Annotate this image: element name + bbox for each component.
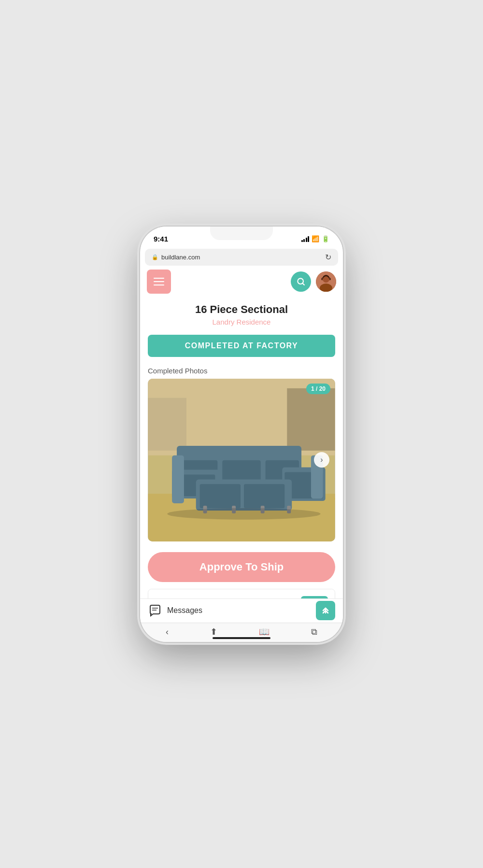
back-button[interactable]: ‹ [162, 625, 172, 639]
search-button[interactable] [291, 271, 311, 292]
battery-icon: 🔋 [322, 235, 329, 242]
status-badge: COMPLETED AT FACTORY [148, 335, 335, 357]
approve-to-ship-button[interactable]: Approve To Ship [148, 552, 335, 582]
messages-label: Messages [167, 606, 202, 615]
phone-frame: 9:41 📶 🔋 🔒 buildlane.com ↻ [140, 227, 343, 642]
photos-section: Completed Photos [140, 361, 343, 545]
svg-rect-26 [172, 455, 184, 503]
signal-icon [301, 236, 310, 242]
sofa-photo [148, 379, 335, 541]
messages-bar: Messages [140, 598, 343, 623]
svg-point-28 [167, 508, 321, 519]
status-time: 9:41 [154, 235, 168, 243]
product-title-section: 16 Piece Sectional Landry Residence [140, 298, 343, 331]
bottom-bar: Messages ‹ ⬆ 📖 ⧉ [140, 598, 343, 642]
messages-left: Messages [148, 603, 202, 618]
phone-inner: 9:41 📶 🔋 🔒 buildlane.com ↻ [140, 227, 343, 642]
browser-url: 🔒 buildlane.com [152, 254, 200, 261]
status-badge-container: COMPLETED AT FACTORY [148, 335, 335, 357]
url-text: buildlane.com [161, 254, 200, 261]
browser-bar: 🔒 buildlane.com ↻ [145, 249, 338, 266]
photos-label: Completed Photos [148, 367, 335, 375]
search-icon [296, 277, 306, 286]
refresh-icon[interactable]: ↻ [325, 253, 331, 262]
photo-carousel[interactable]: 1 / 20 › [148, 379, 335, 541]
chat-icon [148, 604, 162, 617]
avatar[interactable] [316, 271, 336, 292]
app-content: 16 Piece Sectional Landry Residence COMP… [140, 266, 343, 633]
svg-rect-20 [200, 484, 241, 508]
scroll-up-icon [320, 605, 331, 616]
approve-btn-label: Approve To Ship [199, 561, 284, 573]
header-right [291, 271, 336, 292]
svg-rect-8 [148, 398, 186, 450]
messages-icon[interactable] [148, 603, 162, 618]
tabs-button[interactable]: ⧉ [307, 625, 321, 639]
scroll-top-button[interactable] [316, 601, 335, 620]
product-name: 16 Piece Sectional [150, 303, 333, 316]
home-indicator [213, 637, 270, 639]
header-nav [140, 266, 343, 298]
notch [210, 227, 273, 240]
svg-line-1 [303, 283, 305, 285]
browser-nav: ‹ ⬆ 📖 ⧉ [140, 623, 343, 642]
avatar-image [316, 271, 336, 292]
carousel-next-button[interactable]: › [314, 452, 329, 468]
svg-rect-21 [244, 484, 284, 508]
svg-point-0 [298, 278, 303, 284]
menu-button[interactable] [147, 270, 171, 294]
photo-counter: 1 / 20 [306, 384, 330, 394]
status-icons: 📶 🔋 [301, 235, 330, 242]
project-name: Landry Residence [150, 318, 333, 326]
svg-rect-7 [287, 388, 335, 450]
wifi-icon: 📶 [312, 235, 319, 242]
lock-icon: 🔒 [152, 254, 158, 260]
